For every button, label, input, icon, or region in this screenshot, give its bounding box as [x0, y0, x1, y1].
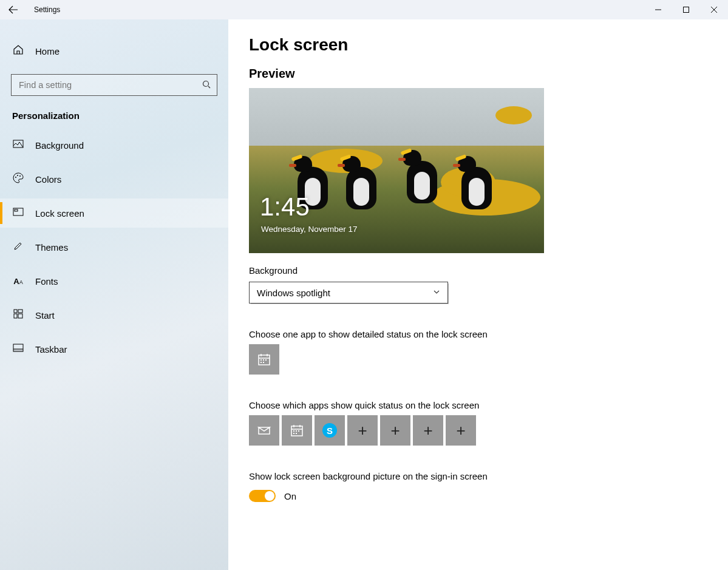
brush-icon — [12, 240, 24, 254]
svg-rect-18 — [260, 362, 262, 363]
plus-icon: + — [390, 421, 400, 440]
back-arrow-icon — [9, 5, 18, 15]
svg-rect-15 — [260, 359, 262, 361]
svg-rect-9 — [18, 310, 22, 313]
preview-heading: Preview — [249, 67, 707, 81]
palette-icon — [12, 172, 24, 186]
lock-screen-preview[interactable]: 1:45 Wednesday, November 17 — [249, 88, 544, 253]
background-select[interactable]: Windows spotlight — [249, 282, 448, 304]
sidebar-item-label: Themes — [35, 242, 68, 253]
mail-icon — [257, 423, 271, 438]
background-value: Windows spotlight — [257, 288, 330, 298]
sidebar-item-taskbar[interactable]: Taskbar — [0, 334, 228, 364]
svg-rect-7 — [15, 209, 18, 211]
detailed-status-label: Choose one app to show detailed status o… — [249, 329, 707, 339]
home-icon — [12, 44, 24, 58]
sidebar-home[interactable]: Home — [0, 36, 228, 66]
calendar-icon — [257, 352, 271, 367]
sidebar-item-colors[interactable]: Colors — [0, 165, 228, 194]
lock-screen-icon — [12, 206, 24, 220]
sidebar-item-themes[interactable]: Themes — [0, 232, 228, 262]
minimize-icon — [655, 7, 661, 13]
quick-status-slot-empty[interactable]: + — [347, 415, 378, 446]
svg-point-3 — [15, 177, 16, 178]
signin-background-label: Show lock screen background picture on t… — [249, 471, 707, 481]
svg-rect-22 — [296, 430, 297, 432]
svg-rect-23 — [298, 430, 299, 432]
preview-time: 1:45 — [260, 192, 310, 222]
svg-rect-11 — [18, 314, 22, 318]
svg-rect-25 — [296, 433, 297, 434]
svg-rect-21 — [293, 430, 294, 432]
svg-rect-19 — [263, 362, 264, 363]
search-icon — [202, 80, 211, 90]
quick-status-slot-empty[interactable]: + — [446, 415, 476, 446]
svg-rect-8 — [14, 310, 17, 313]
signin-background-state: On — [284, 491, 296, 501]
svg-rect-16 — [263, 359, 264, 361]
sidebar-item-start[interactable]: Start — [0, 300, 228, 330]
sidebar-item-fonts[interactable]: AA Fonts — [0, 266, 228, 296]
svg-rect-0 — [684, 7, 689, 13]
quick-status-slot-empty[interactable]: + — [380, 415, 410, 446]
sidebar: Home Personalization Background Colors L… — [0, 19, 228, 570]
svg-rect-10 — [14, 314, 17, 318]
preview-date: Wednesday, November 17 — [261, 225, 358, 234]
close-button[interactable] — [700, 0, 728, 19]
svg-point-4 — [17, 175, 18, 176]
search-box[interactable] — [11, 74, 217, 96]
back-button[interactable] — [0, 0, 27, 19]
grid-icon — [12, 309, 24, 321]
sidebar-item-label: Fonts — [35, 276, 58, 287]
signin-background-toggle[interactable] — [249, 490, 276, 502]
svg-rect-24 — [293, 433, 294, 434]
minimize-button[interactable] — [644, 0, 672, 19]
maximize-button[interactable] — [672, 0, 700, 19]
quick-status-slot-skype[interactable]: S — [315, 415, 345, 446]
background-label: Background — [249, 265, 707, 276]
quick-status-slot-mail[interactable] — [249, 415, 279, 446]
detailed-status-slot-calendar[interactable] — [249, 344, 279, 375]
quick-status-label: Choose which apps show quick status on t… — [249, 400, 707, 410]
search-input[interactable] — [18, 80, 202, 90]
close-icon — [711, 7, 717, 13]
sidebar-item-background[interactable]: Background — [0, 131, 228, 160]
sidebar-item-lock-screen[interactable]: Lock screen — [0, 198, 228, 228]
sidebar-item-label: Lock screen — [35, 208, 84, 219]
page-title: Lock screen — [249, 35, 707, 55]
sidebar-category: Personalization — [12, 110, 228, 121]
svg-rect-17 — [265, 359, 267, 361]
skype-icon: S — [322, 423, 337, 438]
calendar-icon — [290, 423, 304, 438]
svg-point-5 — [19, 175, 21, 177]
app-title: Settings — [27, 5, 60, 14]
svg-rect-13 — [13, 349, 23, 351]
sidebar-item-label: Colors — [35, 174, 61, 185]
plus-icon: + — [358, 421, 367, 440]
plus-icon: + — [423, 421, 432, 440]
plus-icon: + — [456, 421, 465, 440]
chevron-down-icon — [433, 287, 440, 298]
font-icon: AA — [12, 276, 24, 287]
svg-point-1 — [203, 81, 209, 86]
sidebar-item-label: Taskbar — [35, 344, 67, 355]
titlebar: Settings — [0, 0, 728, 19]
quick-status-slot-empty[interactable]: + — [413, 415, 443, 446]
content-area: Lock screen Preview 1:45 Wednesday, Nove… — [228, 19, 728, 570]
taskbar-icon — [12, 344, 24, 355]
sidebar-item-label: Start — [35, 310, 55, 321]
sidebar-item-label: Background — [35, 140, 84, 151]
quick-status-slot-calendar[interactable] — [282, 415, 312, 446]
sidebar-home-label: Home — [35, 46, 60, 56]
image-icon — [12, 138, 24, 152]
maximize-icon — [683, 7, 689, 13]
